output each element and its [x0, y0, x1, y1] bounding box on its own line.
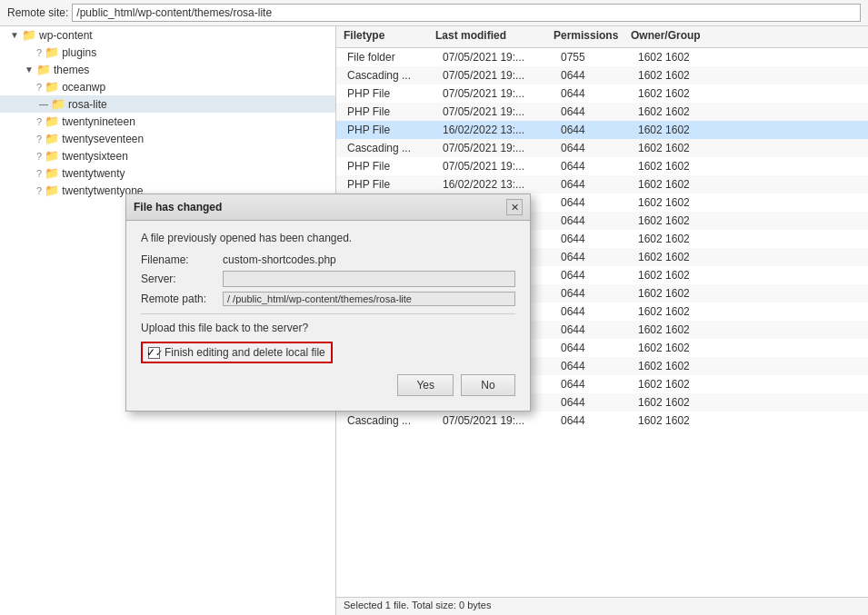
- modal-overlay: File has changed ✕ A file previously ope…: [0, 0, 868, 615]
- remotepath-label: Remote path:: [141, 293, 223, 305]
- checkbox-container: ✓ Finish editing and delete local file: [141, 342, 333, 363]
- checkbox-label: Finish editing and delete local file: [165, 346, 325, 359]
- modal-buttons: Yes No: [141, 374, 515, 400]
- modal-title: File has changed: [134, 201, 222, 213]
- modal-body: A file previously opened has been change…: [126, 221, 530, 411]
- no-button[interactable]: No: [461, 374, 515, 396]
- modal-titlebar: File has changed ✕: [126, 194, 530, 221]
- yes-button[interactable]: Yes: [397, 374, 454, 396]
- finish-editing-checkbox[interactable]: ✓: [148, 347, 160, 359]
- modal-subtitle: A file previously opened has been change…: [141, 232, 515, 244]
- modal-dialog: File has changed ✕ A file previously ope…: [125, 193, 531, 412]
- upload-label: Upload this file back to the server?: [141, 322, 515, 334]
- modal-remotepath-field: Remote path:: [141, 292, 515, 306]
- modal-server-field: Server:: [141, 271, 515, 287]
- remotepath-input[interactable]: [223, 292, 515, 306]
- filename-value: custom-shortcodes.php: [223, 253, 336, 266]
- filename-label: Filename:: [141, 253, 223, 266]
- modal-divider: [141, 313, 515, 314]
- modal-close-button[interactable]: ✕: [506, 199, 523, 215]
- server-label: Server:: [141, 273, 223, 285]
- modal-filename-field: Filename: custom-shortcodes.php: [141, 253, 515, 266]
- server-input[interactable]: [223, 271, 515, 287]
